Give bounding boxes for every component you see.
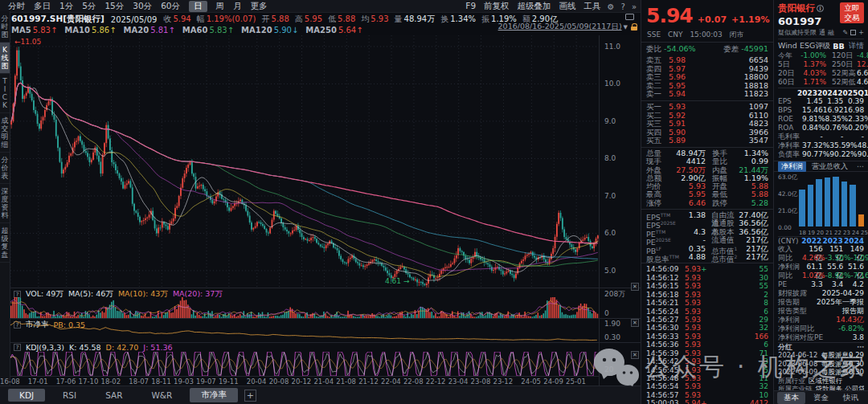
date-range-label[interactable]: 2016/08/16-2025/05/09(2117日) [498, 22, 622, 32]
income-value: 3.4 [823, 280, 844, 289]
time-and-sales[interactable]: 14:56:095.93+5514:56:125.933014:56:155.9… [646, 265, 768, 404]
label: 每股派息0.29 [817, 351, 864, 360]
sidebar-item-分时图[interactable]: 分时图 [0, 11, 10, 43]
info-field: 换1.34% [440, 14, 476, 25]
menu-item-超级叠加[interactable]: 超级叠加 [518, 1, 551, 12]
menu-item-画线[interactable]: 画线 [559, 1, 576, 12]
layout-icon[interactable] [850, 30, 856, 35]
indicator-tab-RSI[interactable]: RSI [51, 389, 88, 402]
period-tab-5分[interactable]: 5分 [82, 1, 96, 12]
bar-x-label: 24 [852, 230, 858, 236]
pencil-icon[interactable]: ✎ [843, 29, 849, 36]
gear-icon[interactable]: ⚙ [608, 2, 615, 11]
close-icon[interactable]: ✕ [631, 283, 639, 291]
close-icon[interactable]: ✕ [631, 319, 639, 327]
indicator-tab-市净率[interactable]: 市净率 [190, 388, 238, 402]
sidebar-item-K线图[interactable]: K线图 [0, 43, 10, 74]
volume-chart[interactable] [10, 297, 599, 318]
panel-tab-快讯[interactable]: 快讯 [837, 392, 865, 404]
indicator-tab-W&R[interactable]: W&R [140, 389, 183, 402]
ask-row[interactable]: 卖一5.9411823 [646, 90, 768, 99]
restricted-tag: 疑似减持受限 [778, 28, 817, 37]
ask-row[interactable]: 卖五5.986654 [646, 56, 768, 65]
period-tab-分时[interactable]: 分时 [8, 1, 25, 12]
income-table-header: (CNY)202220232024 [778, 236, 864, 245]
label: 2022-06-09 [778, 368, 817, 377]
period-tab-周[interactable]: 周 [216, 1, 225, 12]
perf-row: 20日4.03%52周高6.61 [778, 69, 864, 78]
trade-now-button[interactable]: 立即交易 [840, 2, 864, 23]
period-tab-1分[interactable]: 1分 [59, 1, 73, 12]
period-tab-日[interactable]: 日 [189, 1, 207, 12]
help-icon[interactable]: ? [621, 2, 625, 11]
fund-value: 8.35% [825, 115, 849, 124]
label: 5.64↑ [338, 26, 363, 35]
metric-tab-净利润[interactable]: 净利润 [778, 161, 806, 172]
fund-value: 90.70% [858, 150, 868, 159]
label: 14:56:24 [646, 308, 685, 316]
label: 5.93 [685, 308, 717, 316]
period-tab-15分[interactable]: 15分 [104, 1, 124, 12]
chevron-down-icon[interactable]: ▼ [624, 24, 628, 31]
sidebar-item-超级复盘[interactable]: 超级复盘 [0, 223, 10, 263]
period-tab-月[interactable]: 月 [233, 1, 242, 12]
kdj-chart[interactable] [10, 352, 599, 376]
bid-row[interactable]: 买五5.893547 [646, 137, 768, 145]
add-indicator-button[interactable]: + [244, 390, 256, 402]
candlestick-chart[interactable] [10, 35, 599, 288]
sidebar-item-分价表[interactable]: 分价表 [0, 153, 10, 184]
date-tick: 21-04 [313, 377, 334, 386]
metric-tab-营业总收入[interactable]: 营业总收入 [812, 161, 848, 172]
label: 120日 [826, 51, 857, 60]
indicator-tab-SAR[interactable]: SAR [94, 389, 133, 402]
sidebar-item-成交明细[interactable]: 成交明细 [0, 113, 10, 153]
more-icon[interactable]: ⋯ [792, 343, 864, 351]
menu-item-F9[interactable]: F9 [465, 1, 476, 12]
income-value: 4.26% [802, 254, 825, 263]
indicator-help-icon[interactable]: ? [14, 344, 21, 351]
unlock-icon[interactable] [631, 23, 637, 31]
info-field: 开5.88 [262, 14, 289, 25]
period-tab-60分[interactable]: 60分 [161, 1, 180, 12]
label: 量 [395, 14, 403, 23]
sidebar-item-深度资料[interactable]: 深度资料 [0, 184, 10, 223]
income-value: 3.3 [802, 280, 823, 289]
period-tab-多日[interactable]: 多日 [34, 1, 51, 12]
period-tab-30分[interactable]: 30分 [133, 1, 152, 12]
date-tick: 18-11 [151, 377, 171, 386]
collapse-icon[interactable]: » [632, 2, 637, 11]
label: 5.88 [272, 14, 289, 23]
bid-row[interactable]: 买一5.931097 [646, 103, 768, 112]
ma-item: MA2505.64↑ [305, 26, 362, 35]
info-icon[interactable]: i [817, 5, 824, 12]
indicator-tab-KDJ[interactable]: KDJ [8, 389, 45, 402]
menu-item-工具[interactable]: 工具 [584, 1, 601, 12]
ma-item: MA105.86↑ [64, 26, 116, 35]
label: 11823 [704, 90, 768, 99]
bar-y-label: 21.0亿 [778, 207, 797, 215]
sidebar-item-TICK[interactable]: TICK [0, 74, 10, 113]
pb-chart[interactable] [10, 318, 599, 342]
income-value: -3.50% [825, 254, 851, 263]
period-tab-更多[interactable]: 更多 [251, 1, 268, 12]
label: PE2025E [646, 236, 682, 244]
esg-detail-link[interactable]: 详情 [849, 41, 864, 51]
close-icon[interactable]: ✕ [631, 351, 639, 359]
more-metrics-icon[interactable]: ⋯ [854, 162, 864, 170]
label: 净利润同比 [778, 324, 814, 333]
tick-row: 14:56:365.936 [646, 341, 768, 349]
fund-value: 0.20% [848, 124, 868, 133]
monitor-icon[interactable] [625, 14, 634, 20]
label: 166 [717, 333, 768, 341]
panel-tab-基本[interactable]: 基本 [777, 392, 805, 404]
bar-y-label: 0.00 [778, 224, 792, 231]
date-range-control[interactable]: 2016/08/16-2025/05/09(2117日) ▼ [498, 22, 637, 32]
panel-tab-资金[interactable]: 资金 [807, 392, 835, 404]
menu-item-前复权[interactable]: 前复权 [484, 1, 510, 12]
date-tick: 20-04 [247, 377, 267, 386]
price-tick: 6.0 [604, 229, 616, 237]
label: 1.37% [799, 60, 826, 69]
label: 30 [717, 274, 768, 282]
date-tick: 22-04 [381, 377, 401, 386]
add-icon[interactable]: + [858, 29, 864, 36]
